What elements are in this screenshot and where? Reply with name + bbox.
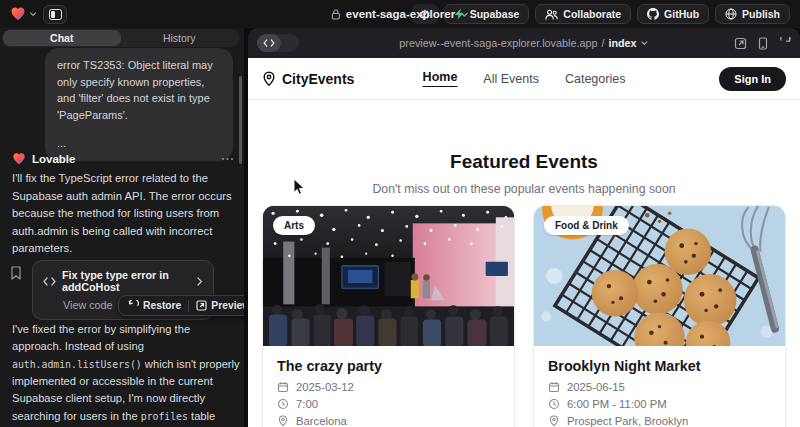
event-card-brooklyn-market[interactable]: Food & Drink Brooklyn Night Market 2025-…: [533, 205, 786, 427]
category-badge: Food & Drink: [544, 216, 629, 235]
github-button[interactable]: GitHub: [637, 4, 709, 24]
calendar-icon: [548, 381, 560, 393]
message-actions-toolbar: Restore Preview: [118, 295, 244, 316]
tab-chat[interactable]: Chat: [3, 30, 121, 46]
publish-button[interactable]: Publish: [715, 4, 790, 24]
project-name: event-saga-explorer: [346, 8, 455, 20]
lovable-logo-menu[interactable]: [10, 6, 37, 22]
event-location: Barcelona: [296, 415, 347, 427]
event-card-crazy-party[interactable]: Arts The crazy party 2025-03-12 7: [262, 205, 515, 427]
nav-all-events[interactable]: All Events: [483, 72, 539, 86]
restore-label: Restore: [143, 300, 181, 311]
chat-panel: Chat History error TS2353: Object litera…: [0, 28, 244, 427]
nav-categories[interactable]: Categories: [565, 72, 625, 86]
site-canvas: CityEvents Home All Events Categories Si…: [248, 58, 800, 427]
calendar-icon: [277, 381, 289, 393]
url-page: index: [608, 37, 636, 49]
preview-icon: [196, 300, 207, 311]
preview-toolbar: preview--event-saga-explorer.lovable.app…: [248, 28, 800, 58]
event-title: The crazy party: [277, 358, 500, 374]
project-switcher[interactable]: event-saga-explorer: [331, 8, 469, 20]
sidebar-toggle-button[interactable]: [43, 5, 67, 24]
lock-icon: [331, 9, 341, 20]
preview-url[interactable]: preview--event-saga-explorer.lovable.app…: [399, 37, 648, 49]
github-icon: [647, 8, 659, 20]
mobile-view-icon[interactable]: [758, 37, 768, 50]
open-external-icon[interactable]: [734, 37, 747, 50]
user-message-bubble: error TS2353: Object literal may only sp…: [45, 48, 233, 161]
refresh-icon[interactable]: [779, 37, 791, 49]
bookmark-icon[interactable]: [10, 266, 22, 280]
map-pin-icon: [548, 415, 560, 427]
event-time: 7:00: [296, 398, 318, 410]
event-time: 6:00 PM - 11:00 PM: [567, 398, 667, 410]
chat-scrollbar[interactable]: [239, 76, 242, 164]
event-date: 2025-03-12: [296, 381, 354, 393]
code-card-title: Fix type type error in addCoHost: [62, 269, 191, 293]
brand-name: CityEvents: [282, 71, 354, 87]
user-message-text: error TS2353: Object literal may only sp…: [57, 57, 221, 123]
message-menu-icon[interactable]: [221, 157, 234, 161]
globe-icon: [725, 8, 737, 20]
outro-code-1: auth.admin.listUsers(): [12, 359, 142, 370]
preview-label: Preview: [211, 300, 244, 311]
clock-icon: [548, 398, 560, 410]
event-title: Brooklyn Night Market: [548, 358, 771, 374]
supabase-label: Supabase: [470, 8, 520, 20]
assistant-name: Lovable: [32, 153, 75, 165]
github-label: GitHub: [664, 8, 699, 20]
sign-in-button[interactable]: Sign In: [719, 67, 786, 91]
event-image-cookies: Food & Drink: [534, 206, 785, 346]
chat-history-tabs: Chat History: [2, 29, 239, 47]
people-icon: [545, 9, 558, 20]
chevron-down-icon: [29, 10, 37, 18]
lovable-heart-icon: [10, 6, 26, 22]
user-message-ellipsis: ...: [57, 135, 221, 152]
url-separator: /: [601, 37, 604, 49]
chevron-down-icon: [460, 10, 469, 19]
chevron-right-icon: [197, 277, 203, 286]
site-nav: Home All Events Categories: [423, 70, 626, 87]
preview-button[interactable]: Preview: [189, 296, 244, 315]
event-location: Prospect Park, Brooklyn: [567, 415, 688, 427]
collaborate-button[interactable]: Collaborate: [535, 4, 631, 24]
event-cards: Arts The crazy party 2025-03-12 7: [262, 205, 786, 427]
event-image-conference: Arts: [263, 206, 514, 346]
section-subtitle: Don't miss out on these popular events h…: [248, 182, 800, 196]
assistant-intro-text: I'll fix the TypeScript error related to…: [12, 170, 238, 258]
code-icon: [43, 277, 56, 286]
tab-history[interactable]: History: [121, 30, 239, 46]
event-date: 2025-06-15: [567, 381, 625, 393]
url-host: preview--event-saga-explorer.lovable.app: [399, 37, 597, 49]
chevron-down-icon: [641, 39, 649, 47]
app-topbar: event-saga-explorer ⚙ Supabase Collabora…: [0, 0, 800, 28]
category-badge: Arts: [273, 216, 315, 235]
code-view-toggle[interactable]: [257, 34, 299, 52]
restore-icon: [128, 300, 139, 311]
map-pin-icon: [277, 415, 289, 427]
section-title: Featured Events: [248, 151, 800, 173]
site-header: CityEvents Home All Events Categories Si…: [248, 58, 800, 100]
preview-pane: preview--event-saga-explorer.lovable.app…: [248, 28, 800, 427]
collaborate-label: Collaborate: [563, 8, 621, 20]
outro-text-1: I've fixed the error by simplifying the …: [12, 323, 190, 352]
outro-code-2: profiles: [141, 411, 188, 422]
publish-label: Publish: [742, 8, 780, 20]
nav-home[interactable]: Home: [423, 70, 458, 87]
restore-button[interactable]: Restore: [121, 296, 188, 315]
clock-icon: [277, 398, 289, 410]
lovable-heart-icon: [12, 152, 26, 166]
site-brand[interactable]: CityEvents: [262, 71, 354, 87]
map-pin-icon: [262, 71, 276, 87]
assistant-outro-text: I've fixed the error by simplifying the …: [12, 321, 242, 427]
